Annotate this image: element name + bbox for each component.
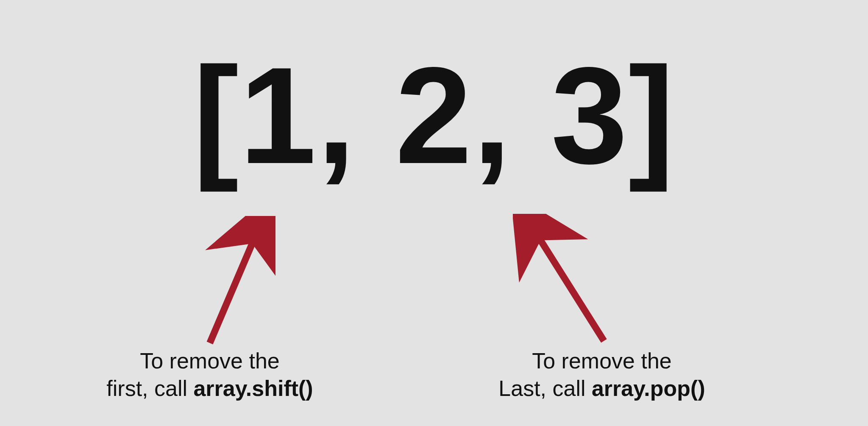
diagram-canvas: [1, 2, 3] To remove the first, call arra…: [0, 0, 868, 426]
caption-pop: To remove the Last, call array.pop(): [466, 347, 737, 402]
svg-line-1: [532, 227, 604, 341]
caption-pop-line2-prefix: Last, call: [498, 376, 592, 401]
caption-shift-method: array.shift(): [193, 376, 313, 401]
svg-line-0: [210, 229, 259, 343]
caption-pop-line1: To remove the: [532, 349, 672, 373]
array-literal: [1, 2, 3]: [0, 47, 868, 184]
caption-shift-line1: To remove the: [140, 349, 280, 373]
caption-shift-line2-prefix: first, call: [106, 376, 193, 401]
caption-pop-method: array.pop(): [592, 376, 705, 401]
arrow-first-element: [199, 216, 275, 347]
arrow-last-element: [513, 214, 615, 345]
caption-shift: To remove the first, call array.shift(): [74, 347, 345, 402]
